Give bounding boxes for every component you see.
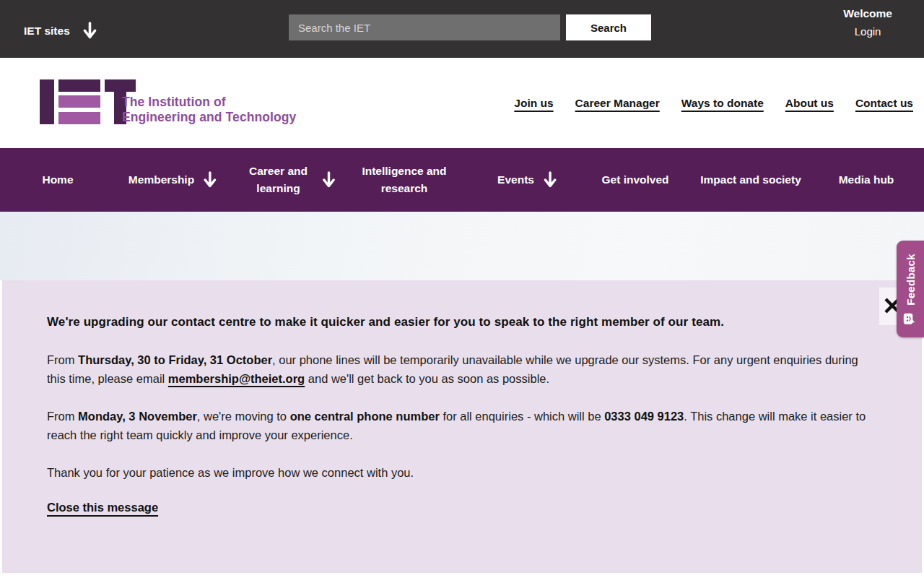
notice-paragraph-2: From Monday, 3 November, we're moving to… [47,407,877,444]
iet-logo-wordmark: The Institution of Engineering and Techn… [122,95,296,124]
iet-logo-mark-icon [40,79,135,124]
header-utility-links: Join us Career Manager Ways to donate Ab… [514,58,913,148]
chevron-down-icon [323,171,336,189]
iet-sites-label: IET sites [24,25,70,38]
notice-heading: We're upgrading our contact centre to ma… [47,313,877,332]
iet-logo[interactable]: The Institution of Engineering and Techn… [40,79,292,125]
close-message-link[interactable]: Close this message [47,501,158,514]
page: IET sites Search Welcome Login The Insti… [0,0,924,578]
header-link-join-us[interactable]: Join us [514,97,553,110]
feedback-chat-icon [903,312,918,324]
nav-item-intelligence-and-research[interactable]: Intelligence and research [360,163,448,197]
contact-centre-notice-banner: We're upgrading our contact centre to ma… [2,280,922,573]
nav-item-impact-and-society[interactable]: Impact and society [700,171,801,189]
nav-item-career-and-learning[interactable]: Career and learning [244,163,336,197]
header-link-contact-us[interactable]: Contact us [855,97,913,110]
nav-item-media-hub[interactable]: Media hub [839,171,894,189]
notice-paragraph-1: From Thursday, 30 to Friday, 31 October,… [47,350,877,388]
header-link-about-us[interactable]: About us [785,97,834,110]
membership-email-link[interactable]: membership@theiet.org [168,372,305,385]
feedback-tab[interactable]: Feedback [897,241,924,337]
welcome-text: Welcome [843,7,892,20]
hero-background-image [0,212,924,280]
primary-navigation: Home Membership Career and learning Inte… [0,148,924,212]
nav-item-events[interactable]: Events [497,171,557,189]
header-link-ways-to-donate[interactable]: Ways to donate [681,97,764,110]
search-input[interactable] [289,14,560,40]
chevron-down-icon [83,22,97,40]
feedback-label: Feedback [905,254,917,306]
iet-sites-menu[interactable]: IET sites [24,22,97,40]
site-header: The Institution of Engineering and Techn… [0,58,924,148]
nav-item-home[interactable]: Home [42,171,73,189]
login-link[interactable]: Login [855,25,881,38]
nav-item-membership[interactable]: Membership [128,171,217,189]
top-utility-bar: IET sites Search Welcome Login [0,0,924,58]
chevron-down-icon [544,171,557,189]
header-link-career-manager[interactable]: Career Manager [575,97,660,110]
nav-item-get-involved[interactable]: Get involved [601,171,668,189]
notice-paragraph-3: Thank you for your patience as we improv… [47,463,877,482]
account-area: Welcome Login [843,7,892,38]
chevron-down-icon [204,171,217,189]
search-button[interactable]: Search [566,14,651,40]
